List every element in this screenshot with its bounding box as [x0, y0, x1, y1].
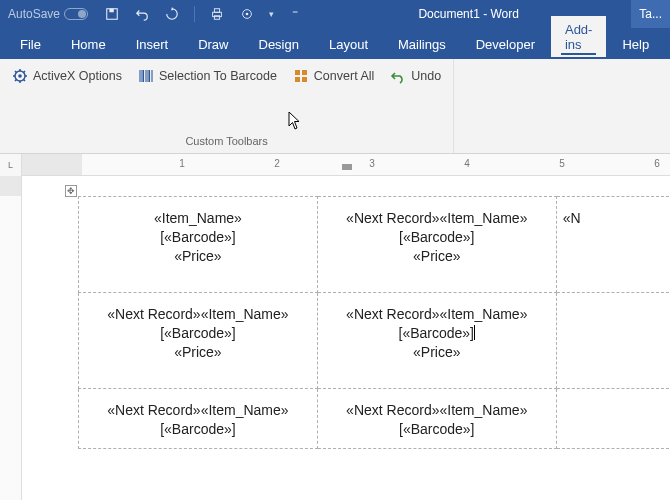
merge-field: [«Barcode»]: [318, 229, 556, 245]
merge-field: «Price»: [79, 248, 317, 264]
ruler-num: 6: [654, 158, 660, 169]
merge-field: «Next Record»«Item_Name»: [318, 210, 556, 226]
merge-field: «Next Record»«Item_Name»: [318, 402, 556, 418]
qat-dropdown-icon[interactable]: ▾: [269, 9, 274, 19]
table-row: «Next Record»«Item_Name» [«Barcode»] «Ne…: [79, 389, 671, 449]
ruler-num: 4: [464, 158, 470, 169]
merge-field: [«Barcode»]: [318, 325, 556, 341]
tab-design[interactable]: Design: [245, 31, 313, 59]
quick-print-icon[interactable]: [209, 6, 225, 22]
tab-add-ins[interactable]: Add-ins: [551, 16, 606, 59]
merge-field: «N: [563, 210, 670, 226]
tab-draw[interactable]: Draw: [184, 31, 242, 59]
convert-all-label: Convert All: [314, 69, 374, 83]
activex-options-label: ActiveX Options: [33, 69, 122, 83]
label-cell[interactable]: «N: [556, 197, 670, 293]
tab-developer[interactable]: Developer: [462, 31, 549, 59]
merge-field: «Next Record»«Item_Name»: [79, 306, 317, 322]
merge-field: «Next Record»«Item_Name»: [318, 306, 556, 322]
document-area: ✥ «Item_Name» [«Barcode»] «Price» «Next …: [0, 176, 670, 500]
ribbon-group-label: Custom Toolbars: [10, 135, 443, 151]
merge-field: «Next Record»«Item_Name»: [79, 402, 317, 418]
svg-rect-11: [295, 77, 300, 82]
ruler-num: 5: [559, 158, 565, 169]
merge-field: [«Barcode»]: [79, 325, 317, 341]
autosave-toggle-icon[interactable]: [64, 8, 88, 20]
label-cell[interactable]: «Next Record»«Item_Name» [«Barcode»] «Pr…: [317, 293, 556, 389]
rulers: L 1 2 3 4 5 6: [0, 154, 670, 176]
selection-to-barcode-label: Selection To Barcode: [159, 69, 277, 83]
tab-file[interactable]: File: [6, 31, 55, 59]
merge-field: [«Barcode»]: [79, 229, 317, 245]
quick-access-toolbar: ▾ ⁼: [96, 6, 306, 22]
redo-icon[interactable]: [164, 6, 180, 22]
autosave-label: AutoSave: [8, 7, 60, 21]
tab-mailings[interactable]: Mailings: [384, 31, 460, 59]
v-ruler-margin: [0, 176, 21, 196]
barcode-icon: [138, 68, 154, 84]
vertical-ruler[interactable]: [0, 176, 22, 500]
label-cell[interactable]: «Next Record»«Item_Name» [«Barcode»]: [317, 389, 556, 449]
autosave-control[interactable]: AutoSave: [0, 7, 96, 21]
merge-field: [«Barcode»]: [79, 421, 317, 437]
svg-rect-1: [109, 9, 113, 13]
ribbon: ActiveX Options Selection To Barcode Con…: [0, 59, 670, 154]
qat-customize-icon[interactable]: ⁼: [288, 7, 298, 21]
selection-to-barcode-button[interactable]: Selection To Barcode: [136, 65, 279, 87]
label-cell[interactable]: [556, 293, 670, 389]
label-table-wrap: ✥ «Item_Name» [«Barcode»] «Price» «Next …: [78, 196, 670, 449]
touch-mode-icon[interactable]: [239, 6, 255, 22]
page[interactable]: ✥ «Item_Name» [«Barcode»] «Price» «Next …: [78, 196, 670, 449]
horizontal-ruler[interactable]: 1 2 3 4 5 6: [22, 154, 670, 176]
undo-arrow-icon: [390, 68, 406, 84]
merge-field: «Price»: [318, 344, 556, 360]
undo-button[interactable]: Undo: [388, 65, 443, 87]
account-button[interactable]: Ta...: [631, 0, 670, 28]
ruler-num: 1: [179, 158, 185, 169]
tab-help[interactable]: Help: [608, 31, 663, 59]
convert-all-button[interactable]: Convert All: [291, 65, 376, 87]
tab-insert[interactable]: Insert: [122, 31, 183, 59]
tab-design-partial[interactable]: Des: [665, 31, 670, 59]
gear-icon: [12, 68, 28, 84]
tab-layout[interactable]: Layout: [315, 31, 382, 59]
svg-rect-10: [302, 70, 307, 75]
table-move-handle-icon[interactable]: ✥: [65, 185, 77, 197]
label-table[interactable]: «Item_Name» [«Barcode»] «Price» «Next Re…: [78, 196, 670, 449]
label-cell[interactable]: «Item_Name» [«Barcode»] «Price»: [79, 197, 318, 293]
text-cursor-icon: [474, 325, 475, 340]
label-cell[interactable]: «Next Record»«Item_Name» [«Barcode»]: [79, 389, 318, 449]
save-icon[interactable]: [104, 6, 120, 22]
svg-rect-9: [295, 70, 300, 75]
ribbon-group-custom-toolbars: ActiveX Options Selection To Barcode Con…: [0, 59, 454, 153]
label-cell[interactable]: «Next Record»«Item_Name» [«Barcode»] «Pr…: [79, 293, 318, 389]
undo-label: Undo: [411, 69, 441, 83]
ruler-left-margin: [22, 154, 82, 175]
svg-point-8: [18, 74, 22, 78]
merge-field: «Item_Name»: [79, 210, 317, 226]
undo-icon[interactable]: [134, 6, 150, 22]
table-row: «Next Record»«Item_Name» [«Barcode»] «Pr…: [79, 293, 671, 389]
indent-marker-icon[interactable]: [342, 164, 352, 170]
activex-options-button[interactable]: ActiveX Options: [10, 65, 124, 87]
ruler-corner: L: [0, 154, 22, 176]
merge-field: «Price»: [318, 248, 556, 264]
ribbon-tabs: File Home Insert Draw Design Layout Mail…: [0, 28, 670, 59]
label-cell[interactable]: «Next Record»«Item_Name» [«Barcode»] «Pr…: [317, 197, 556, 293]
ruler-num: 3: [369, 158, 375, 169]
merge-field: «Price»: [79, 344, 317, 360]
page-canvas[interactable]: ✥ «Item_Name» [«Barcode»] «Price» «Next …: [22, 176, 670, 500]
merge-field: [«Barcode»]: [318, 421, 556, 437]
ruler-num: 2: [274, 158, 280, 169]
svg-point-6: [246, 13, 249, 16]
grid-icon: [293, 68, 309, 84]
tab-home[interactable]: Home: [57, 31, 120, 59]
svg-rect-3: [214, 9, 219, 13]
svg-rect-12: [302, 77, 307, 82]
qat-separator: [194, 6, 195, 22]
table-row: «Item_Name» [«Barcode»] «Price» «Next Re…: [79, 197, 671, 293]
label-cell[interactable]: [556, 389, 670, 449]
